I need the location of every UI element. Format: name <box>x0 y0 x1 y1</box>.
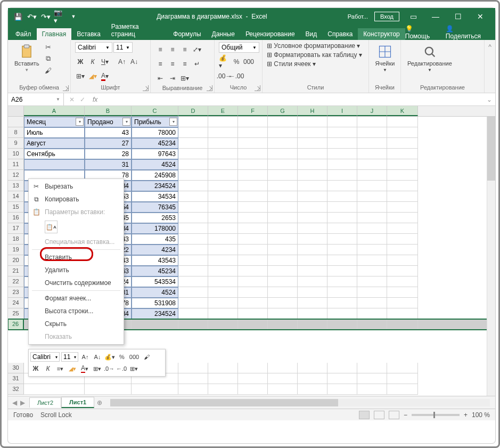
mini-percent-icon[interactable]: % <box>117 352 127 362</box>
qat-customize-icon[interactable]: ▼ <box>68 11 79 22</box>
mini-font-select[interactable]: Calibri▾ <box>30 352 60 362</box>
number-launcher[interactable] <box>255 85 260 91</box>
cell[interactable]: 435 <box>132 234 178 245</box>
row-header[interactable]: 13 <box>8 181 24 191</box>
col-header-D[interactable]: D <box>178 106 208 116</box>
row-header[interactable]: 11 <box>8 159 24 170</box>
vertical-scrollbar[interactable] <box>487 117 495 396</box>
cell[interactable]: 43 <box>85 127 132 138</box>
ctx-delete[interactable]: Удалить <box>29 264 124 276</box>
ctx-row-height[interactable]: Высота строки... <box>29 305 124 317</box>
row-header[interactable]: 17 <box>8 223 24 234</box>
expand-formula-bar-icon[interactable]: ⌄ <box>487 96 495 103</box>
col-header-B[interactable]: B <box>85 106 132 116</box>
enter-icon[interactable]: ✓ <box>80 96 85 103</box>
comma-icon[interactable]: 000 <box>243 56 254 67</box>
orientation-icon[interactable]: ⤢▾ <box>192 44 202 55</box>
ribbon-display-icon[interactable]: ▭ <box>403 8 424 25</box>
paste-button[interactable]: Вставить ▼ <box>12 42 42 75</box>
mini-font-color-icon[interactable]: A▾ <box>79 363 90 374</box>
cell[interactable]: 234524 <box>132 308 178 319</box>
cell[interactable] <box>24 159 85 170</box>
tab-page-layout[interactable]: Разметка страниц <box>106 21 168 40</box>
align-left-icon[interactable]: ≡ <box>155 59 166 69</box>
tab-file[interactable]: Файл <box>10 28 37 40</box>
row-header[interactable]: 23 <box>8 287 24 298</box>
align-center-icon[interactable]: ≡ <box>167 59 178 69</box>
redo-icon[interactable]: ↷▾ <box>40 11 52 22</box>
tab-chart-design[interactable]: Конструктор <box>358 28 405 40</box>
cell[interactable]: 27 <box>85 138 132 149</box>
tab-view[interactable]: Вид <box>300 28 323 40</box>
sheet-tab-2[interactable]: Лист2 <box>29 397 61 408</box>
zoom-slider[interactable] <box>412 414 460 416</box>
increase-decimal-icon[interactable]: .00→ <box>219 71 229 82</box>
tab-insert[interactable]: Вставка <box>71 28 106 40</box>
mini-align-icon[interactable]: ≡▾ <box>55 363 65 374</box>
cell[interactable]: 178000 <box>132 223 178 234</box>
tab-data[interactable]: Данные <box>207 28 240 40</box>
table-header[interactable]: Месяц▾ <box>24 117 85 127</box>
ctx-copy[interactable]: ⧉Копировать <box>29 193 124 206</box>
cell[interactable]: 4524 <box>132 159 178 170</box>
normal-view-icon[interactable] <box>359 411 370 419</box>
sign-in-button[interactable]: Вход <box>374 12 399 21</box>
row-header[interactable]: 25 <box>8 308 24 319</box>
cell[interactable]: 43543 <box>132 255 178 266</box>
mini-inc-decimal-icon[interactable]: .0→ <box>104 363 114 374</box>
select-all-corner[interactable] <box>8 106 24 116</box>
tab-help[interactable]: Справка <box>322 28 358 40</box>
conditional-formatting-button[interactable]: ⊞ Условное форматирование ▾ <box>267 42 360 50</box>
mini-format-painter-icon[interactable]: 🖌 <box>141 352 152 362</box>
page-break-view-icon[interactable] <box>389 411 399 419</box>
number-format-select[interactable]: Общий▼ <box>219 42 259 53</box>
row-header[interactable]: 14 <box>8 191 24 202</box>
tab-review[interactable]: Рецензирование <box>240 28 300 40</box>
row-header[interactable]: 12 <box>8 170 24 181</box>
row-header[interactable]: 9 <box>8 138 24 149</box>
mini-italic-button[interactable]: К <box>43 363 53 374</box>
font-launcher[interactable] <box>143 85 149 91</box>
ctx-insert[interactable]: ВВставитьставить <box>29 251 124 264</box>
clipboard-launcher[interactable] <box>63 85 69 91</box>
borders-button[interactable]: ⊞▾ <box>75 71 86 82</box>
mini-dec-decimal-icon[interactable]: ←.0 <box>116 363 127 374</box>
zoom-in-icon[interactable]: + <box>464 411 468 419</box>
cell[interactable]: Август <box>24 138 85 149</box>
underline-button[interactable]: Ч▾ <box>100 56 110 67</box>
row-header[interactable]: 8 <box>8 127 24 138</box>
format-as-table-button[interactable]: ⊞ Форматировать как таблицу ▾ <box>267 51 362 59</box>
zoom-out-icon[interactable]: − <box>404 411 407 419</box>
align-right-icon[interactable]: ≡ <box>179 59 190 69</box>
cell-styles-button[interactable]: ⊞ Стили ячеек ▾ <box>267 60 316 68</box>
row-header[interactable]: 15 <box>8 202 24 213</box>
page-layout-view-icon[interactable] <box>374 411 384 419</box>
alignment-launcher[interactable] <box>207 85 212 91</box>
col-header-I[interactable]: I <box>327 106 357 116</box>
font-name-select[interactable]: Calibri▼ <box>75 42 112 53</box>
minimize-icon[interactable]: — <box>425 8 446 25</box>
grow-font-icon[interactable]: A↑ <box>117 56 127 67</box>
align-top-icon[interactable]: ≡ <box>155 44 166 55</box>
sheet-nav-prev-icon[interactable]: ◀ <box>12 399 17 406</box>
mini-shrink-font-icon[interactable]: A↓ <box>92 352 103 362</box>
percent-icon[interactable]: % <box>231 56 242 67</box>
cell[interactable]: 34534 <box>132 191 178 202</box>
row-header[interactable]: 10 <box>8 149 24 159</box>
ctx-cut[interactable]: ✂Вырезать <box>29 180 124 193</box>
table-header[interactable]: Продано▾ <box>85 117 132 127</box>
row-header[interactable]: 22 <box>8 276 24 287</box>
mini-bold-button[interactable]: Ж <box>30 363 41 374</box>
cell[interactable]: 234524 <box>132 181 178 191</box>
cell[interactable]: 97643 <box>132 149 178 159</box>
row-header[interactable]: 21 <box>8 266 24 276</box>
align-middle-icon[interactable]: ≡ <box>167 44 178 55</box>
currency-icon[interactable]: 💰▾ <box>219 56 229 67</box>
table-header[interactable]: Прибыль▾ <box>132 117 178 127</box>
col-header-K[interactable]: K <box>387 106 418 116</box>
close-icon[interactable]: ✕ <box>470 8 491 25</box>
row-header[interactable]: 16 <box>8 213 24 223</box>
collapse-ribbon-icon[interactable]: ^ <box>485 40 495 93</box>
cell[interactable]: 78000 <box>132 127 178 138</box>
row-header[interactable]: 31 <box>8 373 24 384</box>
